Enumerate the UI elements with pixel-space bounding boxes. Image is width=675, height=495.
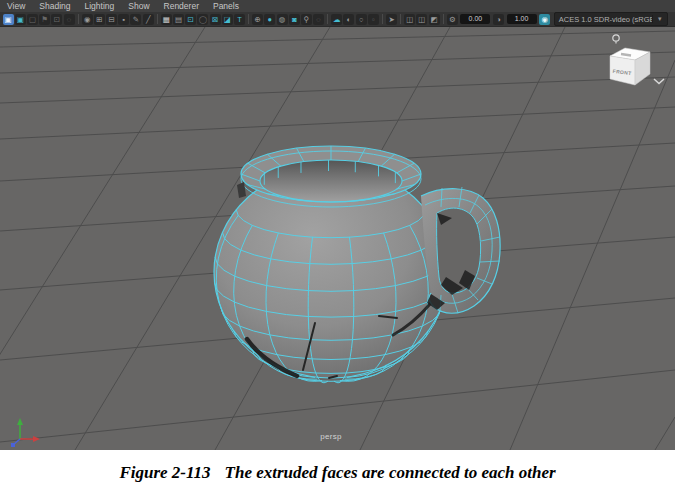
figure-number: Figure 2-113 [119, 463, 210, 483]
default-lighting-icon[interactable]: ● [264, 14, 275, 25]
toolbar-separator [400, 14, 401, 24]
film-camera-icon[interactable]: ◉ [82, 14, 93, 25]
image-plane-toggle-icon[interactable]: ◩ [429, 14, 440, 25]
gamma-icon[interactable]: ◑ [493, 14, 504, 25]
menu-item-show[interactable]: Show [121, 1, 156, 11]
menu-item-shading[interactable]: Shading [32, 1, 77, 11]
exposure-field[interactable]: 0.00 [460, 14, 490, 24]
isolate-select-icon[interactable]: ◫ [404, 14, 415, 25]
motion-blur-icon[interactable]: ◌ [313, 14, 324, 25]
menu-item-view[interactable]: View [0, 1, 32, 11]
mug-handle[interactable] [421, 187, 500, 313]
toolbar-separator [78, 14, 79, 24]
view-cube-expand-chevron-icon[interactable] [654, 79, 664, 84]
exposure-icon[interactable]: ⚙ [447, 14, 458, 25]
shadows-icon[interactable]: ◪ [222, 14, 233, 25]
wireframe-mode-icon[interactable]: ▦ [161, 14, 172, 25]
bookmarks-icon[interactable]: ⚑ [39, 14, 50, 25]
toolbar-separator [443, 14, 444, 24]
smooth-shade-icon[interactable]: ▤ [173, 14, 184, 25]
color-space-dropdown[interactable]: ACES 1.0 SDR-video (sRGB) ▾ [554, 12, 668, 26]
gamma-field[interactable]: 1.00 [507, 14, 537, 24]
color-space-value: ACES 1.0 SDR-video (sRGB) [555, 15, 652, 24]
panel-menu-bar: View Shading Lighting Show Renderer Pane… [0, 0, 675, 12]
view-cube[interactable]: FRONT [600, 29, 672, 89]
textured-mode-icon[interactable]: ⊡ [185, 14, 196, 25]
figure-caption-text: The extruded faces are connected to each… [225, 463, 556, 483]
viewport-canvas[interactable] [0, 27, 675, 450]
clip-icon[interactable]: ▪ [118, 14, 129, 25]
camera-attributes-icon[interactable]: ▢ [27, 14, 38, 25]
page: View Shading Lighting Show Renderer Pane… [0, 0, 675, 495]
cursor-icon[interactable]: ➤ [386, 14, 397, 25]
camera-name-label: persp [295, 432, 367, 441]
toolbar-separator [157, 14, 158, 24]
view-cube-body[interactable]: FRONT [610, 48, 650, 85]
panel-toolbar-icons: ▣▣▢⚑⊡◌◉⊞⊟▪✎╱▦▤⊡◯⊠◪T⊕●◍◙⚲◌☁◐○▫➤◫◫◩⚙ [2, 14, 458, 25]
all-lights-icon[interactable]: ◍ [277, 14, 288, 25]
grease-pencil-icon[interactable]: ✎ [130, 14, 141, 25]
fog-icon[interactable]: ☁ [331, 14, 342, 25]
use-all-lights-icon[interactable]: ⊠ [210, 14, 221, 25]
select-camera-icon[interactable]: ▣ [3, 14, 14, 25]
highlight-icon[interactable]: ○ [356, 14, 367, 25]
default-material-icon[interactable]: ◯ [197, 14, 208, 25]
textured-toggle-icon[interactable]: T [234, 14, 245, 25]
pin-icon[interactable] [613, 35, 619, 44]
material-sphere-icon[interactable]: ◐ [343, 14, 354, 25]
camera-gate-icon[interactable]: ⊟ [106, 14, 117, 25]
ambient-occlusion-icon[interactable]: ◙ [289, 14, 300, 25]
figure-caption: Figure 2-113 The extruded faces are conn… [0, 450, 675, 495]
chevron-down-icon: ▾ [652, 15, 667, 23]
panel-toolbar: ▣▣▢⚑⊡◌◉⊞⊟▪✎╱▦▤⊡◯⊠◪T⊕●◍◙⚲◌☁◐○▫➤◫◫◩⚙ 0.00 … [0, 12, 675, 27]
toolbar-separator [248, 14, 249, 24]
lock-camera-icon[interactable]: ▣ [15, 14, 26, 25]
axis-gizmo [11, 418, 40, 447]
brush-stroke-icon[interactable]: ╱ [143, 14, 154, 25]
image-plane-icon[interactable]: ⊡ [51, 14, 62, 25]
menu-item-panels[interactable]: Panels [206, 1, 246, 11]
color-management-icon[interactable]: ◉ [539, 14, 550, 25]
toolbar-separator [382, 14, 383, 24]
dim-toggle-icon[interactable]: ▫ [368, 14, 379, 25]
no-lights-icon[interactable]: ⊕ [252, 14, 263, 25]
light-bulb-icon[interactable]: ⚲ [301, 14, 312, 25]
menu-item-renderer[interactable]: Renderer [157, 1, 206, 11]
mug-model[interactable] [214, 146, 500, 383]
perspective-viewport[interactable]: FRONT persp [0, 27, 675, 450]
two-d-pan-zoom-icon[interactable]: ◌ [64, 14, 75, 25]
toolbar-separator [327, 14, 328, 24]
duplicate-view-icon[interactable]: ◫ [416, 14, 427, 25]
menu-item-lighting[interactable]: Lighting [77, 1, 121, 11]
camera-aperture-icon[interactable]: ⊞ [94, 14, 105, 25]
